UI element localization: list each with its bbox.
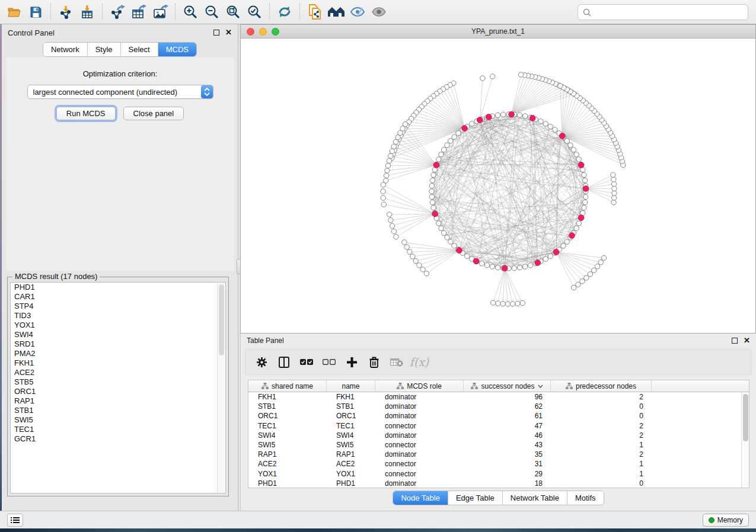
table-cell: SWI5 [327,441,375,449]
result-list-scrollbar[interactable] [217,283,225,492]
column-header-MCDS-role[interactable]: MCDS role [375,380,464,392]
table-row[interactable]: SWI4SWI4dominator462 [248,431,741,440]
optimization-criterion-select[interactable]: largest connected component (undirected) [27,85,213,99]
add-row-button[interactable] [342,352,362,371]
close-panel-icon[interactable]: ✕ [744,338,750,344]
tab-style[interactable]: Style [88,43,121,56]
clone-network-button[interactable] [304,2,326,21]
table-cell: 47 [464,422,551,430]
mcds-result-list[interactable]: PHD1CAR1STP4TID3YOX1SWI4SRD1PMA2FKH1ACE2… [10,282,226,493]
select-all-button[interactable] [296,352,317,371]
table-row[interactable]: YOX1YOX1connector291 [248,469,741,479]
tab-motifs[interactable]: Motifs [567,491,604,505]
mcds-result-item[interactable]: YOX1 [11,321,225,330]
mcds-result-item[interactable]: STB5 [11,377,225,387]
table-settings-button[interactable] [251,352,272,371]
table-row[interactable]: ORC1ORC1dominator610 [248,411,741,421]
mcds-result-item[interactable]: GCR1 [11,434,225,444]
zoom-in-button[interactable] [180,2,201,21]
search-box[interactable] [578,4,748,20]
table-cell: 1 [551,441,652,449]
mcds-hub-node [462,126,468,132]
table-cell: dominator [375,450,464,459]
table-cell: ACE2 [327,460,375,468]
mcds-result-item[interactable]: TID3 [11,311,225,321]
import-network-button[interactable] [55,2,76,21]
network-canvas[interactable] [241,39,755,333]
mcds-result-item[interactable]: TEC1 [11,425,225,434]
columns-icon [279,357,289,368]
save-session-button[interactable] [25,2,46,21]
toolbar-separator [102,4,103,20]
zoom-out-icon [205,5,219,19]
column-header-successor-nodes[interactable]: successor nodes [464,380,551,392]
zoom-out-button[interactable] [201,2,222,21]
show-columns-button[interactable] [274,352,294,371]
table-row[interactable]: TEC1TEC1connector472 [248,421,741,431]
column-header-predecessor-nodes[interactable]: predecessor nodes [551,380,652,392]
import-table-button[interactable] [76,2,98,21]
mcds-result-item[interactable]: FKH1 [11,358,225,368]
export-table-button[interactable] [128,2,149,21]
mcds-result-item[interactable]: SWI5 [11,415,225,425]
close-panel-icon[interactable]: ✕ [225,30,232,36]
deselect-all-button[interactable] [319,352,339,371]
float-panel-icon[interactable] [213,30,219,36]
table-toolbar: f(x) [245,349,752,375]
run-mcds-button[interactable]: Run MCDS [56,107,116,120]
tab-select[interactable]: Select [121,43,158,56]
column-header-shared-name[interactable]: shared name [248,380,327,392]
import-network-icon [59,5,73,19]
table-cell: connector [375,470,464,478]
function-builder-button[interactable]: f(x) [409,352,429,371]
float-panel-icon[interactable] [732,338,738,344]
mcds-result-item[interactable]: STB1 [11,406,225,415]
network-window-titlebar[interactable]: YPA_prune.txt_1 [241,25,755,39]
close-panel-button[interactable]: Close panel [123,107,184,120]
scrollbar-thumb[interactable] [743,394,748,441]
table-row[interactable]: SWI5SWI5connector431 [248,440,741,450]
memory-button[interactable]: Memory [703,514,749,527]
control-panel: Control Panel ✕ NetworkStyleSelectMCDS O… [2,24,238,511]
table-scrollbar[interactable] [741,392,749,488]
zoom-fit-button[interactable] [222,2,244,21]
mcds-result-item[interactable]: STP4 [11,302,225,311]
mcds-result-item[interactable]: ACE2 [11,368,225,377]
tab-network[interactable]: Network [43,43,88,56]
mcds-result-item[interactable]: PMA2 [11,349,225,358]
table-row[interactable]: RAP1RAP1dominator352 [248,450,741,459]
tab-mcds[interactable]: MCDS [158,43,196,56]
table-panel-tabs: Node TableEdge TableNetwork TableMotifs [393,491,604,505]
delete-table-button[interactable] [387,352,407,371]
tab-network-table[interactable]: Network Table [503,491,567,505]
table-cell: 2 [551,393,652,401]
table-cell: dominator [375,412,464,420]
table-cell: YOX1 [248,470,327,478]
open-file-button[interactable] [4,2,25,21]
mcds-hub-node [432,211,438,217]
table-row[interactable]: STB1STB1dominator620 [248,402,741,411]
mcds-result-item[interactable]: ORC1 [11,387,225,396]
tab-node-table[interactable]: Node Table [393,491,448,505]
table-row[interactable]: ACE2ACE2connector311 [248,459,741,469]
mcds-result-item[interactable]: SRD1 [11,339,225,349]
column-header-name[interactable]: name [327,380,375,392]
show-all-button[interactable] [368,2,390,21]
hide-selected-button[interactable] [347,2,368,21]
mcds-hub-node [477,117,483,123]
table-row[interactable]: PHD1PHD1dominator180 [248,479,741,488]
mcds-result-item[interactable]: SWI4 [11,330,225,339]
mcds-result-item[interactable]: RAP1 [11,396,225,406]
zoom-selected-button[interactable] [244,2,265,21]
mcds-result-item[interactable]: PHD1 [11,283,225,292]
refresh-button[interactable] [274,2,295,21]
task-history-button[interactable] [7,514,23,527]
table-row[interactable]: FKH1FKH1dominator962 [248,392,741,402]
tab-edge-table[interactable]: Edge Table [448,491,503,505]
search-input[interactable] [595,8,743,17]
export-image-button[interactable] [149,2,171,21]
first-neighbors-button[interactable] [326,2,347,21]
delete-row-button[interactable] [364,352,384,371]
export-network-button[interactable] [107,2,128,21]
mcds-result-item[interactable]: CAR1 [11,292,225,302]
